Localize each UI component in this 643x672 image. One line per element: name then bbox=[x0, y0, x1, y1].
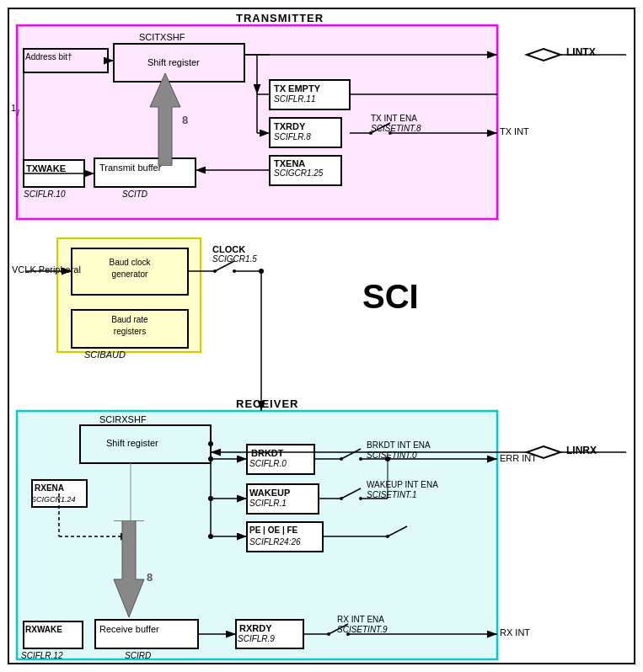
rx-int-label: RX INT bbox=[500, 627, 530, 637]
svg-point-60 bbox=[208, 534, 213, 539]
brkdt-int-ena-label: BRKDT INT ENA bbox=[367, 440, 431, 450]
diagram: TRANSMITTER SCITXSHF Shift register Addr… bbox=[0, 0, 643, 672]
brkdt-int-ena-reg: SCISETINT.0 bbox=[367, 451, 417, 460]
svg-point-81 bbox=[327, 632, 330, 636]
wakeup-reg: SCIFLR.1 bbox=[249, 499, 287, 508]
svg-point-70 bbox=[359, 497, 362, 500]
sci-label: SCI bbox=[362, 278, 419, 316]
wakeup-int-ena-reg: SCISETINT.1 bbox=[367, 490, 417, 499]
lintx-label: LINTX bbox=[566, 46, 596, 58]
svg-point-74 bbox=[386, 535, 389, 538]
clock-label: CLOCK bbox=[212, 244, 245, 254]
linrx-label: LINRX bbox=[566, 445, 597, 456]
svg-line-63 bbox=[341, 449, 361, 459]
svg-rect-4 bbox=[17, 25, 497, 219]
err-int-label: ERR INT bbox=[500, 453, 537, 463]
brkdt-label: BRKDT bbox=[251, 448, 284, 458]
svg-marker-33 bbox=[527, 49, 560, 61]
svg-point-58 bbox=[208, 496, 213, 501]
svg-point-47 bbox=[233, 269, 236, 273]
svg-point-50 bbox=[259, 269, 264, 274]
scibaud-label: SCIBAUD bbox=[84, 349, 126, 360]
rxena-label: RXENA bbox=[35, 483, 64, 493]
receive-buffer-label: Receive buffer bbox=[99, 624, 159, 634]
svg-line-75 bbox=[388, 526, 407, 536]
transmitter-title: TRANSMITTER bbox=[236, 12, 324, 24]
tx-int-ena-reg: SCISETINT.8 bbox=[371, 124, 421, 133]
svg-point-56 bbox=[208, 456, 213, 461]
receiver-title: RECEIVER bbox=[236, 397, 298, 410]
tx-int-ena-label: TX INT ENA bbox=[371, 114, 417, 123]
svg-point-62 bbox=[340, 457, 343, 461]
rxena-reg: SCIGCR1.24 bbox=[31, 495, 76, 504]
rxrdy-reg: SCIFLR.9 bbox=[238, 634, 275, 643]
address-bit-label: Address bit† bbox=[25, 52, 72, 61]
shift-register-rx-label: Shift register bbox=[106, 438, 158, 448]
svg-line-69 bbox=[341, 488, 361, 499]
pe-oe-fe-label: PE | OE | FE bbox=[249, 525, 297, 535]
rx-int-ena-reg: SCISETINT.9 bbox=[337, 625, 388, 634]
vclk-label: VCLK Peripheral bbox=[12, 264, 81, 276]
scird-label: SCIRD bbox=[125, 651, 151, 660]
txrdy-reg: SCIFLR.8 bbox=[274, 132, 311, 141]
tx-empty-label: TX EMPTY bbox=[274, 83, 320, 93]
tx-gray-arrow bbox=[148, 69, 182, 166]
rxwake-reg: SCIFLR.12 bbox=[21, 651, 62, 660]
eight-rx-label: 8 bbox=[147, 571, 153, 584]
svg-point-45 bbox=[213, 269, 217, 273]
tx-empty-reg: SCIFLR.11 bbox=[274, 94, 315, 104]
scitxshf-label: SCITXSHF bbox=[139, 32, 185, 42]
txrdy-label: TXRDY bbox=[274, 121, 305, 131]
brkdt-reg: SCIFLR.0 bbox=[249, 459, 287, 468]
rxwake-label: RXWAKE bbox=[25, 625, 62, 634]
baud-clock-label: Baud clockgenerator bbox=[74, 257, 185, 280]
svg-point-64 bbox=[359, 457, 362, 461]
one-slash: / bbox=[17, 108, 19, 118]
pe-oe-fe-reg: SCIFLR24:26 bbox=[249, 537, 301, 547]
txena-reg: SCIGCR1.25 bbox=[274, 168, 323, 178]
rxrdy-label: RXRDY bbox=[239, 623, 272, 633]
txwake-label: TXWAKE bbox=[26, 163, 66, 173]
clock-reg: SCIGCR1.5 bbox=[212, 254, 257, 264]
shift-register-tx-label: Shift register bbox=[147, 57, 200, 67]
tx-int-label: TX INT bbox=[500, 126, 529, 136]
scitd-label: SCITD bbox=[122, 189, 147, 199]
svg-point-68 bbox=[340, 497, 343, 500]
rx-gray-arrow bbox=[112, 520, 146, 620]
svg-marker-88 bbox=[150, 73, 180, 166]
svg-marker-89 bbox=[114, 520, 144, 617]
wakeup-int-ena-label: WAKEUP INT ENA bbox=[367, 480, 438, 489]
rx-int-ena-label: RX INT ENA bbox=[337, 615, 384, 624]
baud-rate-label: Baud rateregisters bbox=[74, 314, 185, 338]
txena-label: TXENA bbox=[274, 158, 305, 168]
wakeup-label: WAKEUP bbox=[249, 488, 290, 498]
scirxshf-label: SCIRXSHF bbox=[99, 414, 147, 424]
svg-point-87 bbox=[208, 441, 213, 446]
txwake-reg: SCIFLR.10 bbox=[24, 189, 65, 199]
eight-tx-label: 8 bbox=[182, 114, 188, 126]
one-label: 1 bbox=[11, 103, 16, 113]
